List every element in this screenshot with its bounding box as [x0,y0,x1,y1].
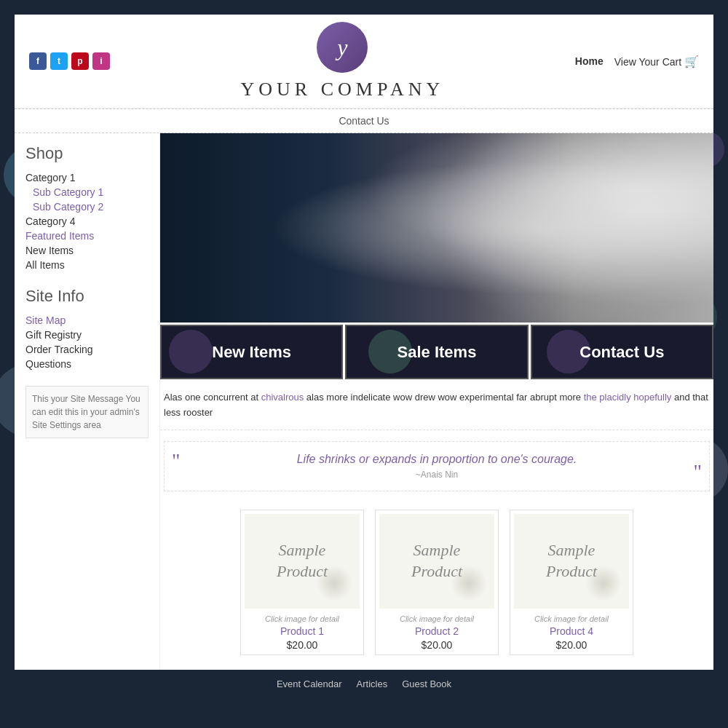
site-message-text: This your Site Message You can edit this… [32,394,141,430]
nav-links: Home View Your Cart 🛒 [575,55,699,68]
sidebar-item-subcategory2[interactable]: Sub Category 2 [25,199,149,214]
highlight2: the placidly hopefully [584,392,672,403]
contact-us-label: Contact Us [579,343,664,362]
sidebar-item-new[interactable]: New Items [25,243,149,258]
product-image-1[interactable]: SampleProduct [245,514,360,609]
top-contact-link[interactable]: Contact Us [339,115,389,127]
shop-title: Shop [25,144,149,163]
quote-text: Life shrinks or expands in proportion to… [186,453,687,466]
home-link[interactable]: Home [575,55,604,67]
sale-items-button[interactable]: Sale Items [345,325,528,379]
company-name: YOUR COMPANY [241,79,445,100]
product-price-3: $20.00 [514,639,629,651]
footer-guest-book[interactable]: Guest Book [402,678,451,689]
facebook-icon[interactable]: f [29,52,47,70]
sidebar-item-featured[interactable]: Featured Items [25,229,149,243]
logo-circle[interactable]: y [317,22,368,73]
product-image-decor-3 [585,565,622,601]
header: f t p i y YOUR COMPANY Home View Your Ca… [15,15,713,108]
product-caption-2: Click image for detail [379,614,494,623]
sidebar-item-category1[interactable]: Category 1 [25,170,149,185]
pinterest-icon[interactable]: p [71,52,89,70]
product-card-3: SampleProduct Click image for detail Pro… [510,510,633,655]
cart-label: View Your Cart [614,56,681,68]
sale-items-label: Sale Items [397,343,477,362]
sidebar-item-ordertracking[interactable]: Order Tracking [25,342,149,357]
product-card-1: SampleProduct Click image for detail Pro… [240,510,364,655]
top-nav: Contact Us [15,108,713,133]
logo-area: y YOUR COMPANY [241,22,445,100]
quote-open-icon: " [172,449,180,472]
quote-author: ~Anais Nin [186,470,687,480]
product-card-2: SampleProduct Click image for detail Pro… [375,510,499,655]
footer-event-calendar[interactable]: Event Calendar [277,678,342,689]
footer-articles[interactable]: Articles [357,678,388,689]
product-name-2[interactable]: Product 2 [379,625,494,637]
sidebar-item-subcategory1[interactable]: Sub Category 1 [25,185,149,199]
shop-section: Shop Category 1 Sub Category 1 Sub Categ… [25,144,149,272]
products-grid: SampleProduct Click image for detail Pro… [160,502,713,670]
sidebar-item-giftregistry[interactable]: Gift Registry [25,328,149,342]
footer: Event Calendar Articles Guest Book [15,670,713,698]
hero-image [160,133,713,323]
sidebar: Shop Category 1 Sub Category 1 Sub Categ… [15,133,160,670]
sidebar-item-questions[interactable]: Questions [25,357,149,371]
page-wrapper: f t p i y YOUR COMPANY Home View Your Ca… [15,15,713,698]
feature-buttons: New Items Sale Items Contact Us [160,323,713,381]
siteinfo-section: Site Info Site Map Gift Registry Order T… [25,287,149,371]
social-icons: f t p i [29,52,110,70]
product-name-3[interactable]: Product 4 [514,625,629,637]
product-price-1: $20.00 [245,639,360,651]
product-image-decor-1 [316,565,352,601]
main-content: Shop Category 1 Sub Category 1 Sub Categ… [15,133,713,670]
product-name-1[interactable]: Product 1 [245,625,360,637]
contact-us-button[interactable]: Contact Us [531,325,713,379]
product-image-2[interactable]: SampleProduct [379,514,494,609]
siteinfo-title: Site Info [25,287,149,306]
product-image-3[interactable]: SampleProduct [514,514,629,609]
sidebar-item-all[interactable]: All Items [25,258,149,272]
content-area: New Items Sale Items Contact Us Alas one… [160,133,713,670]
hero-overlay [381,133,713,323]
quote-section: " Life shrinks or expands in proportion … [164,441,710,491]
product-caption-3: Click image for detail [514,614,629,623]
logo-letter: y [337,34,347,61]
quote-close-icon: " [694,460,702,483]
sidebar-item-category4[interactable]: Category 4 [25,214,149,229]
product-caption-1: Click image for detail [245,614,360,623]
highlight1: chivalrous [261,392,304,403]
product-image-decor-2 [451,565,487,601]
twitter-icon[interactable]: t [50,52,68,70]
description-text: Alas one concurrent at chivalrous alas m… [160,381,713,430]
site-message: This your Site Message You can edit this… [25,386,149,438]
sidebar-item-sitemap[interactable]: Site Map [25,313,149,328]
new-items-button[interactable]: New Items [160,325,343,379]
product-price-2: $20.00 [379,639,494,651]
instagram-icon[interactable]: i [92,52,110,70]
new-items-label: New Items [212,343,291,362]
cart-link[interactable]: View Your Cart 🛒 [614,55,699,68]
cart-icon: 🛒 [684,55,699,68]
